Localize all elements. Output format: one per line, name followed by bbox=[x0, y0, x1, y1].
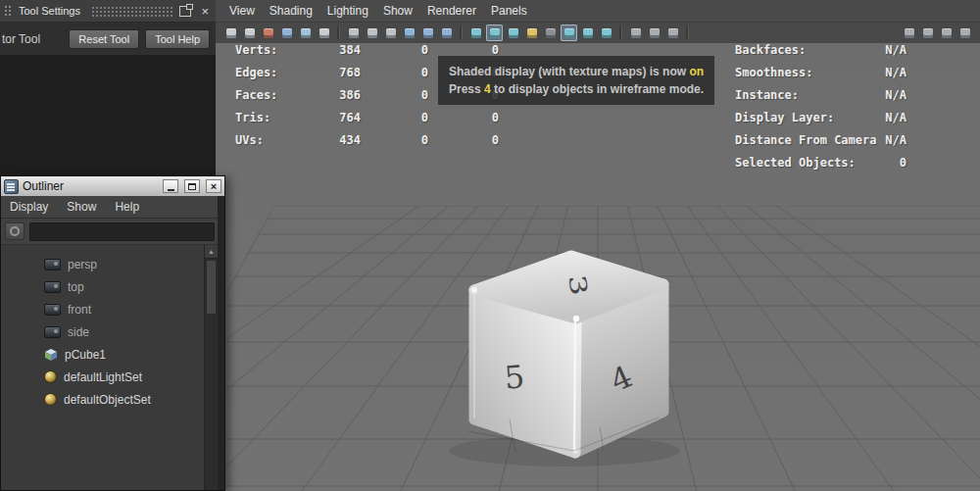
xray-icon[interactable] bbox=[627, 25, 644, 41]
set-sphere-icon bbox=[44, 393, 57, 406]
cube-top-number: 3 bbox=[564, 273, 594, 298]
use-all-lights-icon[interactable] bbox=[523, 25, 540, 41]
multisample-aa-icon-glyph bbox=[602, 28, 612, 38]
safe-action-icon[interactable] bbox=[419, 25, 436, 41]
item-label: persp bbox=[68, 258, 97, 271]
xray-icon-glyph bbox=[631, 28, 641, 38]
hud-value: N/A bbox=[885, 66, 906, 80]
panel-grip-icon[interactable] bbox=[91, 6, 174, 17]
resolution-gate-icon-glyph bbox=[368, 28, 377, 38]
viewport-popout-icon-glyph bbox=[960, 28, 970, 38]
gate-mask-icon[interactable] bbox=[382, 25, 399, 41]
outliner-titlebar[interactable]: Outliner × bbox=[1, 176, 224, 196]
grease-pencil-icon[interactable] bbox=[260, 25, 276, 41]
item-label: defaultObjectSet bbox=[64, 393, 151, 407]
isolate-select-icon[interactable] bbox=[664, 25, 681, 41]
screen-space-ao-icon[interactable] bbox=[561, 25, 577, 41]
reset-tool-button[interactable]: Reset Tool bbox=[69, 29, 139, 49]
outliner-scrollbar[interactable]: ▲ bbox=[204, 245, 218, 490]
xray-joints-icon-glyph bbox=[650, 28, 660, 38]
tool-settings-panel: Tool Settings × tor Tool Reset Tool Tool… bbox=[0, 0, 216, 176]
grid-toggle-icon[interactable] bbox=[901, 25, 917, 41]
hud-row-uvs: UVs: 434 0 0 bbox=[235, 133, 499, 156]
menu-lighting[interactable]: Lighting bbox=[327, 4, 368, 18]
outliner-item-defaultobjectset[interactable]: defaultObjectSet bbox=[1, 388, 224, 411]
scrollbar-thumb[interactable] bbox=[206, 260, 217, 315]
restore-button[interactable] bbox=[184, 179, 200, 193]
menu-view[interactable]: View bbox=[229, 4, 255, 18]
viewport-message-tooltip: Shaded display (with texture maps) is no… bbox=[438, 56, 714, 105]
object-details-icon[interactable] bbox=[938, 25, 955, 41]
float-panel-icon[interactable] bbox=[179, 6, 191, 17]
select-camera-icon-glyph bbox=[226, 28, 236, 38]
cube-front-edge-highlight bbox=[574, 322, 575, 448]
tool-help-button[interactable]: Tool Help bbox=[145, 29, 210, 49]
viewport-popout-icon[interactable] bbox=[956, 25, 973, 41]
hud-value: N/A bbox=[885, 133, 906, 148]
viewport-panel: View Shading Lighting Show Renderer Pane… bbox=[216, 0, 980, 491]
bookmark-icon-glyph bbox=[282, 28, 292, 38]
hud-label: Distance From Camera bbox=[735, 133, 877, 148]
maya-window: Tool Settings × tor Tool Reset Tool Tool… bbox=[0, 0, 980, 491]
lock-camera-icon[interactable] bbox=[241, 25, 258, 41]
outliner-window-icon bbox=[4, 179, 19, 194]
field-chart-icon[interactable] bbox=[401, 25, 417, 41]
hud-toggle-icon-glyph bbox=[923, 28, 933, 38]
outliner-item-defaultlightset[interactable]: defaultLightSet bbox=[1, 366, 224, 388]
close-icon[interactable]: × bbox=[198, 5, 212, 18]
pan-zoom-icon[interactable] bbox=[316, 25, 332, 41]
minimize-button[interactable] bbox=[163, 179, 178, 193]
hud-value: 0 bbox=[900, 156, 906, 171]
tool-settings-titlebar[interactable]: Tool Settings × bbox=[0, 0, 216, 23]
resolution-gate-icon[interactable] bbox=[364, 25, 380, 41]
menu-shading[interactable]: Shading bbox=[270, 4, 313, 18]
menu-show[interactable]: Show bbox=[67, 200, 96, 214]
select-camera-icon[interactable] bbox=[222, 25, 239, 41]
scroll-up-arrow-icon[interactable]: ▲ bbox=[205, 245, 218, 259]
toolbar-separator bbox=[686, 26, 689, 39]
hud-value: 0 bbox=[361, 133, 428, 156]
tool-settings-header-row: tor Tool Reset Tool Tool Help bbox=[0, 23, 216, 56]
tool-settings-title: Tool Settings bbox=[13, 5, 86, 17]
hud-toggle-icon[interactable] bbox=[919, 25, 936, 41]
hud-object-details: Backfaces: N/A Smoothness: N/A Instance:… bbox=[735, 43, 906, 178]
multisample-aa-icon[interactable] bbox=[598, 25, 614, 41]
safe-title-icon[interactable] bbox=[438, 25, 455, 41]
hud-label: Selected Objects: bbox=[735, 156, 856, 171]
film-gate-icon[interactable] bbox=[345, 25, 362, 41]
shaded-mode-icon[interactable] bbox=[486, 25, 503, 41]
shadows-icon[interactable] bbox=[542, 25, 559, 41]
menu-help[interactable]: Help bbox=[115, 200, 139, 214]
close-button[interactable]: × bbox=[206, 179, 221, 193]
outliner-search-input[interactable] bbox=[29, 222, 215, 241]
wireframe-mode-icon-glyph bbox=[471, 28, 481, 38]
motion-blur-icon[interactable] bbox=[579, 25, 596, 41]
menu-show[interactable]: Show bbox=[383, 4, 413, 18]
cube-corner-highlight bbox=[471, 287, 477, 293]
hud-label: Instance: bbox=[735, 88, 799, 103]
outliner-item-side[interactable]: side bbox=[1, 320, 224, 343]
outliner-item-persp[interactable]: persp bbox=[1, 253, 224, 275]
image-plane-icon[interactable] bbox=[297, 25, 314, 41]
tool-settings-content bbox=[0, 55, 216, 176]
menu-panels[interactable]: Panels bbox=[491, 4, 527, 18]
xray-joints-icon[interactable] bbox=[646, 25, 662, 41]
outliner-item-top[interactable]: top bbox=[1, 275, 224, 298]
wireframe-mode-icon[interactable] bbox=[467, 25, 484, 41]
cube-corner-highlight bbox=[573, 316, 579, 321]
menu-renderer[interactable]: Renderer bbox=[427, 4, 476, 18]
outliner-item-pcube1[interactable]: pCube1 bbox=[1, 343, 224, 366]
poly-cube[interactable]: 3 5 4 bbox=[468, 256, 663, 454]
shaded-mode-icon-glyph bbox=[490, 28, 500, 38]
hud-row-distance-from-camera: Distance From Camera N/A bbox=[735, 133, 906, 156]
menu-display[interactable]: Display bbox=[10, 200, 48, 214]
hud-value: 764 bbox=[304, 111, 361, 133]
textured-mode-icon[interactable] bbox=[505, 25, 521, 41]
outliner-item-front[interactable]: front bbox=[1, 298, 224, 320]
panel-grip-icon[interactable] bbox=[4, 5, 13, 18]
hud-label: UVs: bbox=[235, 133, 304, 156]
set-sphere-icon bbox=[44, 370, 57, 383]
filter-icon[interactable] bbox=[5, 222, 24, 240]
bookmark-icon[interactable] bbox=[278, 25, 295, 41]
hud-value: 0 bbox=[361, 88, 428, 111]
